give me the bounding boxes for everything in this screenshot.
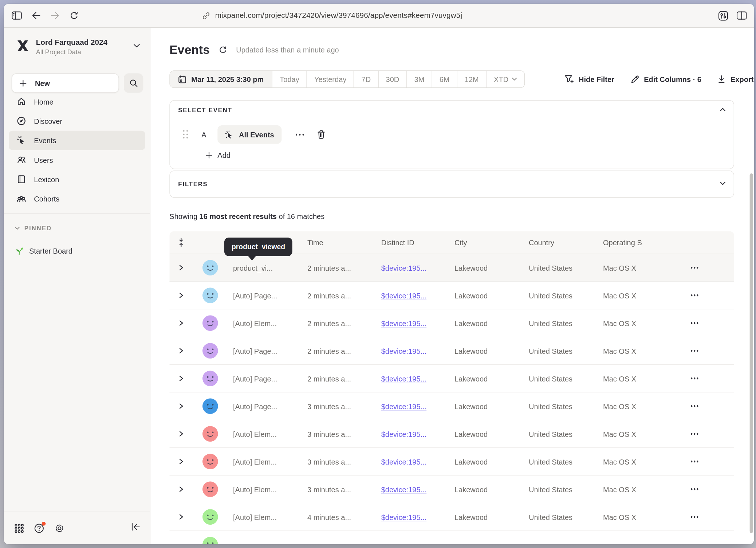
filters-card[interactable]: FILTERS [169, 171, 734, 198]
export-button[interactable]: Export [717, 75, 753, 83]
expand-row-button[interactable] [176, 456, 186, 467]
pinned-section-toggle[interactable]: PINNED [15, 225, 52, 232]
expand-row-button[interactable] [176, 484, 186, 494]
sidebar-item-cohorts[interactable]: Cohorts [9, 189, 145, 208]
drag-handle[interactable] [183, 130, 189, 139]
distinct-id-link[interactable]: $device:195... [381, 319, 427, 327]
range-yesterday[interactable]: Yesterday [307, 71, 354, 87]
page-settings-button[interactable] [718, 11, 728, 21]
edit-columns-button[interactable]: Edit Columns · 6 [630, 75, 701, 84]
chevron-right-icon [178, 264, 184, 271]
row-actions-button[interactable] [688, 375, 701, 382]
project-switcher[interactable]: Lord Farquaad 2024 All Project Data [4, 35, 150, 63]
reload-button[interactable] [70, 11, 79, 20]
table-row[interactable]: [Auto] Page...2 minutes a...$device:195.… [169, 337, 734, 365]
date-picker-button[interactable]: Mar 11, 2025 3:30 pm [170, 71, 272, 87]
column-header-city[interactable]: City [448, 238, 522, 247]
table-row[interactable] [169, 531, 734, 544]
column-header-country[interactable]: Country [522, 238, 596, 247]
range-today[interactable]: Today [272, 71, 307, 87]
range-3m[interactable]: 3M [406, 71, 432, 87]
event-selector-button[interactable]: All Events [217, 125, 281, 144]
table-row[interactable]: [Auto] Elem...2 minutes a...$device:195.… [169, 309, 734, 337]
table-row[interactable]: [Auto] Elem...3 minutes a...$device:195.… [169, 420, 734, 448]
expand-row-button[interactable] [176, 401, 186, 411]
split-view-button[interactable] [737, 11, 747, 20]
expand-row-button[interactable] [176, 318, 186, 328]
range-12m[interactable]: 12M [457, 71, 486, 87]
row-actions-button[interactable] [688, 402, 701, 410]
expand-row-button[interactable] [176, 373, 186, 384]
expand-filters-button[interactable] [720, 181, 726, 185]
row-actions-button[interactable] [688, 485, 701, 493]
table-row[interactable]: [Auto] Page...2 minutes a...$device:195.… [169, 365, 734, 392]
row-actions-button[interactable] [688, 319, 701, 327]
table-row[interactable]: [Auto] Elem...3 minutes a...$device:195.… [169, 475, 734, 503]
collapse-sidebar-button[interactable] [131, 523, 140, 531]
table-row[interactable]: [Auto] Elem...3 minutes a...$device:195.… [169, 448, 734, 475]
expand-row-button[interactable] [176, 428, 186, 439]
search-button[interactable] [124, 73, 143, 93]
new-button[interactable]: New [12, 73, 119, 93]
table-row[interactable]: [Auto] Page...2 minutes a...$device:195.… [169, 282, 734, 309]
row-actions-button[interactable] [688, 347, 701, 355]
column-header-time[interactable]: Time [300, 238, 374, 247]
event-more-options-button[interactable] [292, 131, 307, 138]
event-name-cell: [Auto] Elem... [228, 319, 300, 327]
event-name-cell: [Auto] Page... [228, 374, 300, 383]
forward-button[interactable] [51, 12, 60, 19]
settings-gear-button[interactable] [54, 523, 64, 533]
refresh-button[interactable] [218, 46, 227, 54]
collapse-all-rows-button[interactable] [178, 238, 185, 247]
back-button[interactable] [32, 12, 41, 19]
address-bar[interactable]: mixpanel.com/project/3472420/view/397469… [202, 4, 462, 27]
project-name: Lord Farquaad 2024 [36, 38, 107, 47]
event-name-cell: [Auto] Page... [228, 347, 300, 355]
chevron-down-icon [512, 77, 517, 81]
expand-row-button[interactable] [176, 290, 186, 301]
row-actions-button[interactable] [688, 513, 701, 521]
distinct-id-link[interactable]: $device:195... [381, 291, 427, 300]
sidebar-item-users[interactable]: Users [9, 150, 145, 169]
add-event-button[interactable]: Add [205, 151, 231, 160]
apps-grid-button[interactable] [15, 524, 24, 533]
delete-event-button[interactable] [316, 130, 326, 140]
distinct-id-link[interactable]: $device:195... [381, 263, 427, 272]
table-row[interactable]: [Auto] Elem...4 minutes a...$device:195.… [169, 503, 734, 531]
time-cell: 2 minutes a... [300, 374, 374, 383]
row-actions-button[interactable] [688, 264, 701, 271]
range-30d[interactable]: 30D [378, 71, 406, 87]
range-7d[interactable]: 7D [354, 71, 378, 87]
expand-row-button[interactable] [176, 262, 186, 273]
expand-row-button[interactable] [176, 345, 186, 356]
row-actions-button[interactable] [688, 291, 701, 299]
sidebar-item-events[interactable]: Events [9, 131, 145, 150]
scrollbar-thumb[interactable] [750, 173, 753, 533]
row-actions-button[interactable] [688, 430, 701, 438]
hide-filter-button[interactable]: Hide Filter [564, 74, 614, 84]
distinct-id-link[interactable]: $device:195... [381, 374, 427, 383]
table-row[interactable]: [Auto] Page...3 minutes a...$device:195.… [169, 392, 734, 420]
sidebar-item-starter-board[interactable]: Starter Board [15, 246, 72, 255]
event-avatar [202, 315, 218, 331]
distinct-id-link[interactable]: $device:195... [381, 430, 427, 438]
expand-row-button[interactable] [176, 512, 186, 522]
row-actions-button[interactable] [688, 458, 701, 465]
column-header-distinct-id[interactable]: Distinct ID [374, 238, 448, 247]
trash-icon [316, 130, 326, 140]
column-header-os[interactable]: Operating S [596, 238, 668, 247]
distinct-id-link[interactable]: $device:195... [381, 402, 427, 410]
distinct-id-link[interactable]: $device:195... [381, 485, 427, 493]
distinct-id-link[interactable]: $device:195... [381, 513, 427, 521]
sidebar-item-lexicon[interactable]: Lexicon [9, 169, 145, 189]
chevron-right-icon [178, 375, 184, 382]
collapse-section-button[interactable] [720, 107, 726, 112]
distinct-id-link[interactable]: $device:195... [381, 457, 427, 466]
sidebar-item-discover[interactable]: Discover [9, 111, 145, 130]
distinct-id-link[interactable]: $device:195... [381, 347, 427, 355]
sidebar-toggle-button[interactable] [12, 11, 22, 20]
range-6m[interactable]: 6M [432, 71, 457, 87]
range-xtd[interactable]: XTD [486, 71, 524, 87]
sidebar-item-home[interactable]: Home [9, 92, 145, 111]
os-cell: Mac OS X [596, 485, 668, 493]
